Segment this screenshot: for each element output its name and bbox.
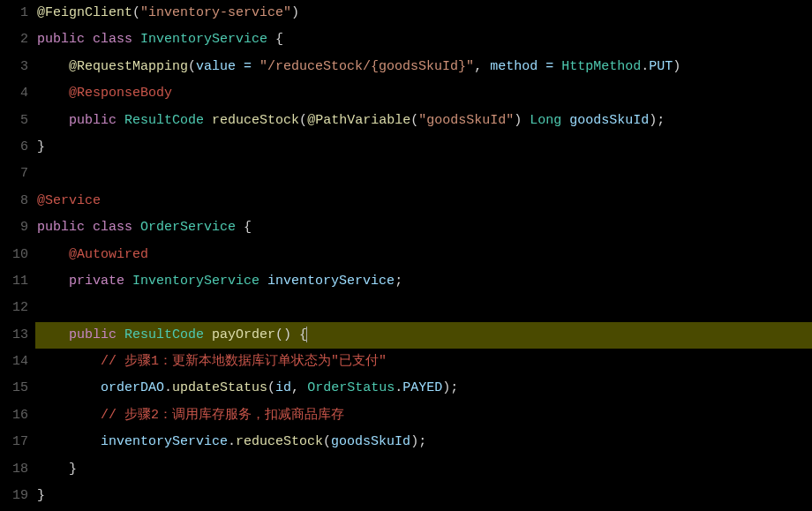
- paren: ): [442, 380, 450, 395]
- code-line[interactable]: }: [35, 456, 812, 483]
- param: method =: [490, 59, 561, 74]
- space: [132, 32, 140, 47]
- comma: ,: [474, 59, 490, 74]
- line-number: 9: [0, 214, 28, 241]
- keyword: public: [37, 220, 85, 235]
- paren: (: [410, 113, 418, 128]
- space: [124, 274, 132, 289]
- parens: (): [275, 327, 291, 342]
- comment: // 步骤1：更新本地数据库订单状态为"已支付": [101, 354, 387, 369]
- space: [132, 220, 140, 235]
- code-line-current[interactable]: public ResultCode payOrder() {: [35, 322, 812, 349]
- keyword: class: [93, 32, 132, 47]
- identifier: id: [275, 380, 291, 395]
- line-number: 2: [0, 26, 28, 53]
- paren: ): [410, 434, 418, 449]
- semicolon: ;: [395, 274, 402, 289]
- code-line[interactable]: [35, 295, 812, 321]
- string: "goodsSkuId": [418, 113, 514, 128]
- line-number: 8: [0, 188, 28, 214]
- semicolon: ;: [418, 434, 426, 449]
- keyword: private: [69, 274, 124, 289]
- code-line[interactable]: }: [35, 483, 812, 509]
- brace: }: [37, 139, 45, 154]
- paren: ): [649, 113, 657, 128]
- annotation: @FeignClient: [37, 5, 132, 20]
- line-number: 6: [0, 134, 28, 161]
- line-number: 19: [0, 483, 28, 509]
- paren: ): [673, 59, 680, 74]
- code-line[interactable]: @FeignClient("inventory-service"): [35, 0, 812, 26]
- space: [85, 220, 93, 235]
- type: OrderStatus: [307, 380, 395, 395]
- code-line[interactable]: inventoryService.reduceStock(goodsSkuId)…: [35, 429, 812, 455]
- method: payOrder: [212, 327, 275, 342]
- type: ResultCode: [124, 327, 204, 342]
- keyword: public: [69, 113, 117, 128]
- paren: (: [299, 113, 307, 128]
- line-number: 1: [0, 0, 28, 26]
- line-number: 16: [0, 402, 28, 429]
- brace: }: [37, 488, 45, 503]
- code-line[interactable]: @RequestMapping(value = "/reduceStock/{g…: [35, 54, 812, 80]
- line-number: 4: [0, 80, 28, 107]
- code-line[interactable]: }: [35, 134, 812, 161]
- code-line[interactable]: public ResultCode reduceStock(@PathVaria…: [35, 108, 812, 134]
- code-line[interactable]: // 步骤1：更新本地数据库订单状态为"已支付": [35, 349, 812, 375]
- code-area[interactable]: @FeignClient("inventory-service") public…: [35, 0, 812, 511]
- code-line[interactable]: private InventoryService inventoryServic…: [35, 268, 812, 295]
- semicolon: ;: [450, 380, 458, 395]
- line-number: 17: [0, 429, 28, 455]
- type: ResultCode: [124, 113, 204, 128]
- type: Long: [530, 113, 561, 128]
- annotation: @Autowired: [69, 247, 148, 262]
- dot: .: [395, 380, 402, 395]
- identifier: goodsSkuId: [331, 434, 410, 449]
- line-number: 15: [0, 375, 28, 402]
- paren: (: [132, 5, 140, 20]
- comma: ,: [291, 380, 307, 395]
- paren: (: [188, 59, 196, 74]
- space: [85, 32, 93, 47]
- identifier: goodsSkuId: [569, 113, 649, 128]
- paren: (: [323, 434, 331, 449]
- brace: }: [69, 462, 77, 477]
- method: reduceStock: [236, 434, 323, 449]
- const: PAYED: [402, 380, 442, 395]
- line-number: 14: [0, 349, 28, 375]
- line-number: 10: [0, 242, 28, 268]
- code-line[interactable]: @Service: [35, 188, 812, 214]
- line-number: 18: [0, 456, 28, 483]
- method: reduceStock: [212, 113, 299, 128]
- code-line[interactable]: [35, 161, 812, 187]
- paren: ): [291, 5, 299, 20]
- code-editor[interactable]: 1 2 3 4 5 6 7 8 9 10 11 12 13 14 15 16 1…: [0, 0, 812, 511]
- space: [259, 274, 267, 289]
- code-line[interactable]: public class OrderService {: [35, 214, 812, 241]
- const: PUT: [649, 59, 673, 74]
- type: InventoryService: [140, 32, 267, 47]
- keyword: public: [37, 32, 85, 47]
- code-line[interactable]: @ResponseBody: [35, 80, 812, 107]
- cursor: [306, 327, 307, 342]
- code-line[interactable]: orderDAO.updateStatus(id, OrderStatus.PA…: [35, 375, 812, 402]
- code-line[interactable]: public class InventoryService {: [35, 26, 812, 53]
- dot: .: [641, 59, 649, 74]
- paren: ): [514, 113, 522, 128]
- dot: .: [228, 434, 236, 449]
- keyword: class: [93, 220, 132, 235]
- annotation: @ResponseBody: [69, 86, 172, 101]
- space: [117, 327, 124, 342]
- line-number: 12: [0, 295, 28, 321]
- code-line[interactable]: // 步骤2：调用库存服务，扣减商品库存: [35, 402, 812, 429]
- space: [561, 113, 569, 128]
- annotation: @PathVariable: [307, 113, 410, 128]
- code-line[interactable]: @Autowired: [35, 242, 812, 268]
- semicolon: ;: [657, 113, 665, 128]
- gutter: 1 2 3 4 5 6 7 8 9 10 11 12 13 14 15 16 1…: [0, 0, 35, 511]
- line-number: 13: [0, 322, 28, 349]
- keyword: public: [69, 327, 117, 342]
- line-number: 11: [0, 268, 28, 295]
- identifier: orderDAO: [101, 380, 164, 395]
- annotation: @Service: [37, 193, 101, 208]
